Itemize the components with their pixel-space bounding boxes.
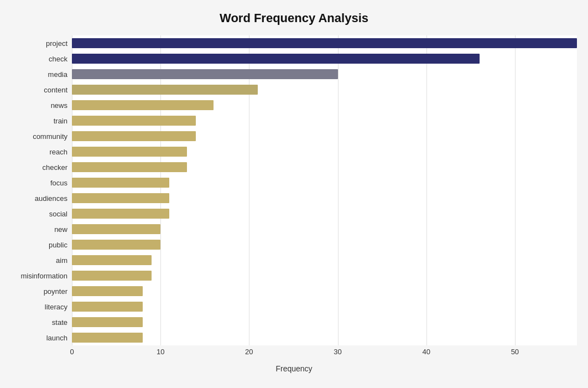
bar-train [72,116,196,126]
y-label-misinformation: misinformation [11,268,67,283]
bars-plot [72,35,577,345]
y-label-launch: launch [11,330,67,345]
y-label-social: social [11,206,67,221]
bar-new [72,224,160,234]
bar-news [72,100,214,110]
bar-social [72,209,169,219]
bar-project [72,38,577,48]
bar-row-check [72,51,577,66]
bar-row-poynter [72,283,577,299]
bar-media [72,69,338,79]
bar-row-audiences [72,190,577,206]
x-tick-40: 40 [422,348,430,356]
bar-state [72,317,143,327]
y-label-news: news [11,97,67,113]
bar-row-content [72,82,577,97]
x-axis-title: Frequency [11,364,577,373]
bar-checker [72,162,187,172]
bar-row-launch [72,330,577,345]
y-label-media: media [11,66,67,82]
bar-row-project [72,35,577,51]
y-label-content: content [11,82,67,97]
bar-launch [72,333,143,343]
y-label-community: community [11,128,67,144]
bar-focus [72,178,169,188]
y-label-aim: aim [11,252,67,268]
x-tick-30: 30 [334,348,341,356]
y-label-focus: focus [11,175,67,190]
x-tick-0: 0 [70,348,74,356]
y-label-audiences: audiences [11,190,67,206]
bar-row-media [72,66,577,82]
y-label-checker: checker [11,159,67,175]
y-label-train: train [11,113,67,128]
bar-row-train [72,113,577,128]
bar-row-misinformation [72,268,577,283]
bar-row-checker [72,159,577,175]
y-label-state: state [11,314,67,330]
y-label-literacy: literacy [11,299,67,314]
bar-row-state [72,314,577,330]
y-label-reach: reach [11,144,67,159]
bar-misinformation [72,271,152,281]
bar-row-social [72,206,577,221]
bar-poynter [72,286,143,296]
x-axis-labels: 01020304050 [72,348,577,361]
chart-container: Word Frequency Analysis projectcheckmedi… [0,0,588,388]
x-tick-20: 20 [245,348,253,356]
y-label-new: new [11,221,67,237]
chart-title: Word Frequency Analysis [11,11,577,25]
chart-area: projectcheckmediacontentnewstraincommuni… [11,35,577,335]
y-label-poynter: poynter [11,283,67,299]
bar-row-public [72,237,577,252]
bar-reach [72,147,187,157]
bar-check [72,54,480,64]
bars-section: projectcheckmediacontentnewstraincommuni… [11,35,577,345]
y-label-check: check [11,51,67,66]
x-axis-area: 01020304050 [11,348,577,361]
bar-aim [72,255,152,265]
bar-content [72,85,258,95]
bar-community [72,131,196,141]
x-tick-10: 10 [157,348,164,356]
bar-public [72,240,160,250]
y-labels: projectcheckmediacontentnewstraincommuni… [11,35,72,345]
bar-row-literacy [72,299,577,314]
bar-literacy [72,302,143,312]
bar-row-reach [72,144,577,159]
y-label-project: project [11,35,67,51]
x-axis-spacer [11,348,72,361]
bar-row-new [72,221,577,237]
bar-row-community [72,128,577,144]
y-label-public: public [11,237,67,252]
bar-audiences [72,193,169,203]
bar-row-news [72,97,577,113]
bar-row-focus [72,175,577,190]
bar-row-aim [72,252,577,268]
x-tick-50: 50 [511,348,519,356]
